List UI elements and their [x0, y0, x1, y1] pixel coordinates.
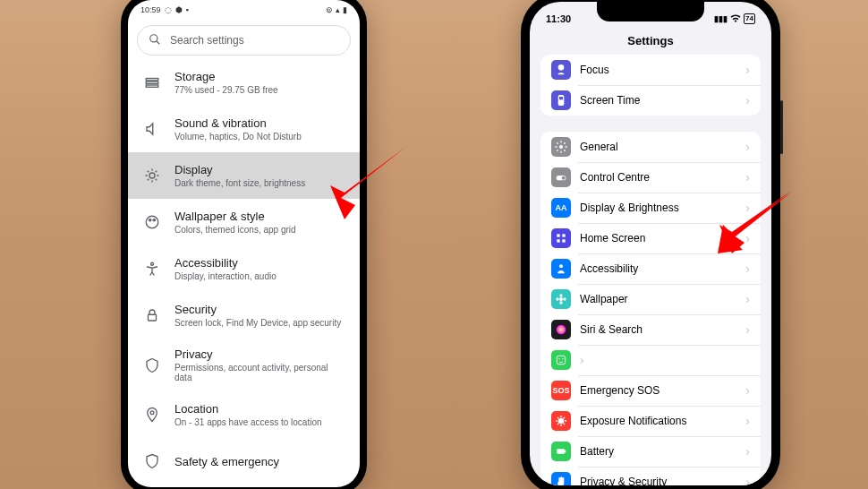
search-placeholder: Search settings	[170, 34, 244, 47]
timer-icon	[551, 90, 571, 110]
chevron-right-icon: ›	[745, 63, 750, 77]
ios-row-label: Exposure Notifications	[580, 415, 736, 427]
svg-point-29	[558, 358, 559, 359]
ios-row-label: General	[580, 141, 736, 153]
svg-line-1	[157, 40, 160, 44]
chevron-right-icon: ›	[745, 140, 750, 154]
svg-point-7	[149, 219, 151, 221]
ios-row-label: Control Centre	[580, 171, 736, 184]
AA-icon: AA	[551, 198, 571, 218]
location-icon	[144, 407, 160, 423]
android-settings-list: Storage77% used - 29.75 GB freeSound & v…	[128, 59, 360, 485]
toggle-icon	[551, 167, 571, 187]
search-settings-field[interactable]: Search settings	[137, 25, 351, 56]
svg-point-16	[562, 176, 566, 180]
ios-settings-row-face-id-passcode[interactable]: Face ID & Passcode›	[540, 345, 761, 375]
ios-settings-row-battery[interactable]: Battery›	[540, 436, 761, 467]
svg-point-22	[559, 297, 563, 301]
ios-row-label: Home Screen	[580, 232, 736, 244]
signal-icon: ▴	[336, 5, 340, 14]
ios-settings-row-exposure-notifications[interactable]: Exposure Notifications›	[540, 406, 761, 436]
android-settings-item-volume[interactable]: Sound & vibrationVolume, haptics, Do Not…	[128, 106, 360, 152]
ios-status-time: 11:30	[546, 13, 571, 24]
svg-rect-33	[565, 450, 566, 453]
ios-row-label: Battery	[580, 445, 736, 458]
android-settings-item-display[interactable]: DisplayDark theme, font size, brightness	[128, 152, 360, 199]
ios-settings-row-accessibility[interactable]: Accessibility›	[540, 253, 761, 284]
android-item-subtitle: Colors, themed icons, app grid	[174, 225, 296, 235]
ios-settings-row-general[interactable]: General›	[540, 132, 761, 162]
ios-settings-row-siri-search[interactable]: Siri & Search›	[540, 314, 761, 345]
android-item-title: Display	[174, 163, 305, 176]
iphone-frame: 11:30 ▮▮▮ 74 Settings Focus›Screen Time›…	[521, 0, 780, 489]
search-icon	[149, 33, 161, 48]
chevron-right-icon: ›	[745, 475, 750, 485]
android-item-title: Location	[174, 402, 322, 416]
android-settings-item-lock[interactable]: SecurityScreen lock, Find My Device, app…	[128, 292, 360, 339]
android-settings-item-safety[interactable]: Safety & emergency	[128, 438, 360, 485]
android-settings-item-privacy[interactable]: PrivacyPermissions, account activity, pe…	[128, 339, 360, 391]
android-item-subtitle: Permissions, account activity, personal …	[174, 363, 344, 382]
android-item-subtitle: Volume, haptics, Do Not Disturb	[174, 132, 302, 142]
ios-settings-row-home-screen[interactable]: Home Screen›	[540, 223, 761, 253]
ios-settings-row-wallpaper[interactable]: Wallpaper›	[540, 284, 761, 314]
chevron-right-icon: ›	[745, 170, 750, 184]
volume-icon	[144, 121, 160, 137]
notification-icon: ⬢	[175, 5, 183, 14]
svg-point-24	[559, 301, 562, 304]
ios-row-label: Accessibility	[580, 262, 736, 275]
ios-row-label: Display & Brightness	[580, 202, 736, 214]
svg-rect-32	[557, 449, 565, 453]
svg-rect-4	[146, 85, 158, 87]
svg-rect-20	[562, 239, 565, 242]
ios-settings-row-privacy-security[interactable]: Privacy & Security›	[540, 467, 761, 485]
android-settings-item-a11y[interactable]: AccessibilityDisplay, interaction, audio	[128, 245, 360, 292]
svg-point-9	[151, 262, 154, 265]
ios-row-label: Emergency SOS	[580, 384, 736, 397]
ios-settings-row-screen-time[interactable]: Screen Time›	[540, 85, 761, 116]
ios-settings-row-display-brightness[interactable]: AADisplay & Brightness›	[540, 193, 761, 223]
person-icon	[551, 259, 571, 279]
ios-row-label: Wallpaper	[580, 293, 736, 305]
notification-icon-2: ▪	[186, 5, 189, 14]
svg-rect-13	[559, 97, 563, 99]
svg-point-25	[556, 297, 558, 300]
display-icon	[144, 167, 160, 184]
iphone-screen: 11:30 ▮▮▮ 74 Settings Focus›Screen Time›…	[530, 2, 771, 485]
virus-icon	[551, 411, 571, 431]
chevron-right-icon: ›	[745, 383, 750, 398]
android-item-subtitle: Screen lock, Find My Device, app securit…	[174, 318, 341, 328]
chevron-right-icon: ›	[745, 201, 750, 215]
ios-settings-row-control-centre[interactable]: Control Centre›	[540, 162, 761, 193]
android-status-time: 10:59	[140, 5, 161, 14]
ios-row-label: Privacy & Security	[580, 476, 736, 485]
android-screen: 10:59 ◌ ⬢ ▪ ⊚ ▴ ▮ Search settings Storag…	[128, 0, 360, 487]
svg-rect-17	[557, 234, 559, 236]
battery-icon: ▮	[343, 5, 347, 14]
lock-icon	[144, 307, 160, 323]
android-settings-item-storage[interactable]: Storage77% used - 29.75 GB free	[128, 59, 360, 106]
chevron-right-icon: ›	[745, 292, 750, 306]
ios-row-label: Focus	[580, 64, 736, 76]
chevron-right-icon: ›	[745, 322, 750, 337]
ios-settings-row-focus[interactable]: Focus›	[540, 55, 761, 85]
SOS-icon: SOS	[551, 381, 571, 400]
android-status-bar: 10:59 ◌ ⬢ ▪ ⊚ ▴ ▮	[128, 0, 360, 20]
android-settings-item-location[interactable]: LocationOn - 31 apps have access to loca…	[128, 391, 360, 438]
chevron-right-icon: ›	[745, 231, 750, 245]
ios-row-label: Siri & Search	[580, 323, 736, 336]
svg-point-8	[153, 219, 155, 221]
chevron-right-icon: ›	[745, 414, 750, 428]
grid-icon	[551, 228, 571, 248]
chevron-right-icon: ›	[580, 353, 584, 367]
android-item-title: Storage	[174, 70, 278, 83]
privacy-icon	[144, 357, 160, 373]
svg-point-21	[559, 264, 563, 268]
batt-icon	[551, 442, 571, 461]
svg-point-11	[150, 411, 154, 415]
android-settings-item-palette[interactable]: Wallpaper & styleColors, themed icons, a…	[128, 199, 360, 245]
android-item-title: Accessibility	[174, 256, 277, 270]
face-icon: Face ID & Passcode	[551, 350, 571, 370]
ios-settings-row-emergency-sos[interactable]: SOSEmergency SOS›	[540, 375, 761, 406]
svg-point-6	[146, 216, 158, 228]
